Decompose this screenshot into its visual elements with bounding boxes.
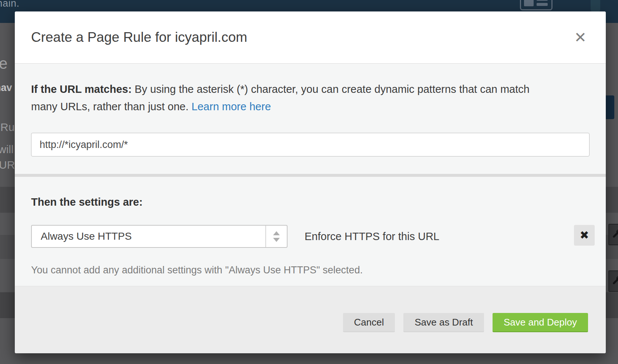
paragraph-fragment: Ru [0,121,14,134]
wrench-icon [611,276,618,287]
chevron-up-icon [273,231,280,235]
settings-heading: Then the settings are: [31,196,590,208]
create-page-rule-modal: Create a Page Rule for icyapril.com ✕ If… [15,11,606,353]
close-icon[interactable]: ✕ [571,28,590,46]
header-text-fragment: main. [0,0,20,9]
page-heading-fragment: e [0,55,7,73]
setting-description: Enforce HTTPS for this URL [305,230,439,243]
settings-note: You cannot add any additional settings w… [31,264,590,276]
modal-footer: Cancel Save as Draft Save and Deploy [15,286,606,353]
modal-header: Create a Page Rule for icyapril.com ✕ [15,11,606,64]
background-wrench-button [608,224,618,245]
section-divider [15,174,606,177]
save-as-draft-button[interactable]: Save as Draft [403,313,484,331]
setting-row: Always Use HTTPS Enforce HTTPS for this … [31,225,590,248]
url-pattern-input[interactable] [31,133,590,156]
bold-text-fragment: nav [0,82,12,94]
save-and-deploy-button[interactable]: Save and Deploy [493,313,588,331]
background-wrench-button [608,270,618,292]
setting-select[interactable]: Always Use HTTPS [31,225,288,248]
modal-body: If the URL matches: By using the asteris… [15,64,606,286]
modal-title: Create a Page Rule for icyapril.com [31,30,247,45]
grid-list-icon [520,0,552,10]
setting-select-value: Always Use HTTPS [32,230,265,242]
cancel-button[interactable]: Cancel [343,313,395,331]
learn-more-link[interactable]: Learn more here [192,101,271,112]
url-match-help-text: If the URL matches: By using the asteris… [31,81,557,115]
url-match-section: If the URL matches: By using the asteris… [15,64,606,174]
settings-section: Then the settings are: Always Use HTTPS … [15,177,606,283]
remove-setting-icon[interactable]: ✖ [574,225,595,246]
background-blue-button-fragment [605,95,614,119]
url-match-label: If the URL matches: [31,83,132,95]
paragraph-fragment: will [0,143,14,156]
select-stepper[interactable] [265,226,287,247]
wrench-icon [611,229,618,240]
paragraph-fragment: UR [0,159,15,171]
header-pill-icon [591,0,600,12]
chevron-down-icon [273,238,280,242]
